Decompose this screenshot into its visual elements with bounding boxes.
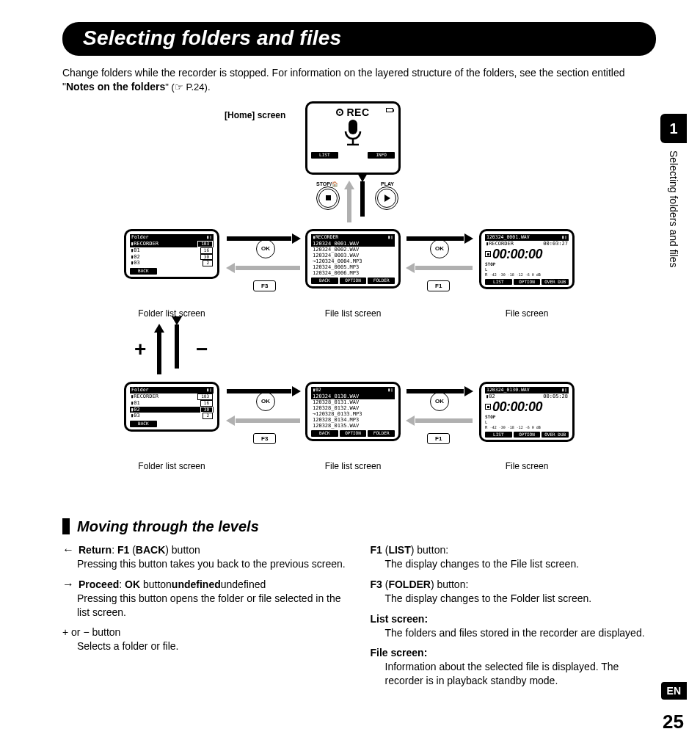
- intro-c: " (☞ P.24).: [165, 81, 210, 92]
- arrow-right-icon: [227, 236, 300, 241]
- chapter-side-tab: 1 Selecting folders and files: [660, 114, 687, 268]
- caption-filelist: File list screen: [316, 461, 390, 471]
- ok-button-icon: OK: [430, 392, 449, 411]
- item-body: The folders and files stored in the reco…: [371, 626, 657, 640]
- language-tag: EN: [661, 682, 687, 700]
- caption-file: File screen: [497, 308, 556, 319]
- microphone-icon: [311, 118, 395, 150]
- stop-button-icon: [318, 189, 338, 208]
- page-title: Selecting folders and files: [83, 26, 635, 50]
- chapter-name: Selecting folders and files: [668, 150, 679, 268]
- soft-key: LIST: [311, 152, 338, 159]
- f1-button-icon: F1: [427, 280, 450, 291]
- arrow-left-icon: [406, 418, 473, 423]
- f3-button-icon: F3: [253, 433, 276, 444]
- file-screen: 120324_0130.WAV▮▯ ▮0200:05:28 00:00:00 S…: [479, 382, 575, 443]
- chapter-number: 1: [660, 114, 687, 143]
- caption-file: File screen: [497, 461, 556, 471]
- minus-symbol: −: [196, 338, 208, 361]
- page-title-bar: Selecting folders and files: [62, 22, 656, 56]
- item-heading: F1 (LIST) button:: [371, 544, 657, 556]
- arrow-left-icon: [406, 266, 473, 270]
- record-dot-icon: [336, 109, 343, 116]
- caption-folder: Folder list screen: [131, 461, 212, 471]
- item-heading: List screen:: [371, 613, 657, 625]
- rec-label: REC: [311, 106, 395, 118]
- play-button-label: PLAY: [381, 181, 394, 186]
- arrow-right-icon: [406, 236, 473, 241]
- arrow-right-icon: [227, 389, 300, 393]
- section-header: Moving through the levels: [62, 518, 656, 535]
- battery-icon: [386, 108, 393, 112]
- intro-bold: Notes on the folders: [66, 81, 165, 92]
- intro-text: Change folders while the recorder is sto…: [62, 66, 656, 94]
- item-body: Information about the selected file is d…: [371, 660, 657, 688]
- play-button-icon: [377, 189, 396, 208]
- file-screen: 120324_0001.WAV▮▯ ▮RECORDER00:03:27 00:0…: [479, 229, 575, 290]
- arrow-left-icon: [227, 418, 300, 423]
- right-column: F1 (LIST) button:The display changes to …: [371, 544, 657, 695]
- soft-key: INFO: [368, 152, 395, 159]
- item-body: The display changes to the File list scr…: [371, 557, 657, 571]
- navigation-diagram: [Home] screen REC LISTINFO STOP/🏠 PLAY F…: [59, 104, 656, 515]
- ok-button-icon: OK: [430, 239, 449, 258]
- item-heading: File screen:: [371, 647, 657, 659]
- left-column: ← Return: F1 (BACK) buttonPressing this …: [62, 544, 349, 695]
- ok-button-icon: OK: [256, 392, 275, 411]
- file-list-screen: ▮02▮▯120324_0130.WAV120328_0131.WAV12032…: [305, 382, 401, 441]
- svg-rect-0: [349, 120, 357, 134]
- item-body: Selects a folder or file.: [62, 639, 349, 653]
- item-heading: ← Return: F1 (BACK) button: [62, 544, 349, 556]
- f1-button-icon: F1: [427, 433, 450, 444]
- plus-symbol: +: [134, 338, 146, 361]
- description-columns: ← Return: F1 (BACK) buttonPressing this …: [62, 544, 656, 695]
- folder-list-screen: Folder▮▯▮RECORDER103▮0116▮0230▮032BACK: [124, 229, 219, 279]
- home-screen-label: [Home] screen: [225, 110, 285, 120]
- item-body: The display changes to the Folder list s…: [371, 592, 657, 606]
- home-screen: REC LISTINFO: [305, 101, 401, 175]
- folder-list-screen: Folder▮▯▮RECORDER103▮0116▮0230▮032BACK: [124, 382, 219, 432]
- section-title: Moving through the levels: [77, 518, 259, 535]
- caption-filelist: File list screen: [316, 308, 390, 319]
- item-heading: F3 (FOLDER) button:: [371, 578, 657, 590]
- ok-button-icon: OK: [256, 239, 275, 258]
- page-number: 25: [663, 711, 684, 733]
- arrow-right-icon: [406, 389, 473, 393]
- item-body: Pressing this button opens the folder or…: [62, 592, 349, 620]
- f3-button-icon: F3: [253, 280, 276, 291]
- file-list-screen: ▮RECORDER▮▯120324_0001.WAV120324_0002.WA…: [305, 229, 401, 289]
- item-heading: + or − button: [62, 626, 349, 638]
- item-body: Pressing this button takes you back to t…: [62, 557, 349, 571]
- section-bar-icon: [62, 518, 70, 534]
- arrow-left-icon: [227, 266, 300, 270]
- item-heading: → Proceed: OK buttonundefinedundefined: [62, 578, 349, 590]
